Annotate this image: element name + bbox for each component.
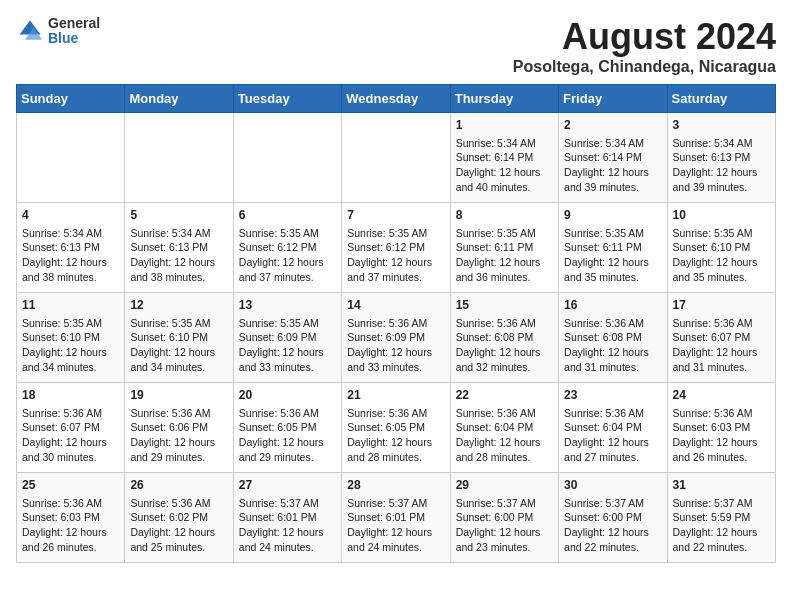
day-header-sunday: Sunday [17,85,125,113]
calendar-header-row: SundayMondayTuesdayWednesdayThursdayFrid… [17,85,776,113]
day-number: 24 [673,387,770,404]
day-content: Sunrise: 5:36 AM Sunset: 6:07 PM Dayligh… [22,406,119,465]
calendar-cell: 7Sunrise: 5:35 AM Sunset: 6:12 PM Daylig… [342,203,450,293]
title-block: August 2024 Posoltega, Chinandega, Nicar… [513,16,776,76]
calendar-cell: 6Sunrise: 5:35 AM Sunset: 6:12 PM Daylig… [233,203,341,293]
calendar-cell: 12Sunrise: 5:35 AM Sunset: 6:10 PM Dayli… [125,293,233,383]
page-header: General Blue August 2024 Posoltega, Chin… [16,16,776,76]
day-number: 2 [564,117,661,134]
day-content: Sunrise: 5:36 AM Sunset: 6:05 PM Dayligh… [347,406,444,465]
day-content: Sunrise: 5:36 AM Sunset: 6:08 PM Dayligh… [456,316,553,375]
calendar-cell: 22Sunrise: 5:36 AM Sunset: 6:04 PM Dayli… [450,383,558,473]
calendar-cell: 9Sunrise: 5:35 AM Sunset: 6:11 PM Daylig… [559,203,667,293]
day-content: Sunrise: 5:35 AM Sunset: 6:09 PM Dayligh… [239,316,336,375]
day-number: 18 [22,387,119,404]
day-content: Sunrise: 5:34 AM Sunset: 6:14 PM Dayligh… [564,136,661,195]
day-number: 7 [347,207,444,224]
day-content: Sunrise: 5:35 AM Sunset: 6:12 PM Dayligh… [347,226,444,285]
day-number: 6 [239,207,336,224]
logo: General Blue [16,16,100,47]
calendar-cell: 20Sunrise: 5:36 AM Sunset: 6:05 PM Dayli… [233,383,341,473]
day-content: Sunrise: 5:36 AM Sunset: 6:02 PM Dayligh… [130,496,227,555]
day-content: Sunrise: 5:35 AM Sunset: 6:10 PM Dayligh… [673,226,770,285]
day-content: Sunrise: 5:36 AM Sunset: 6:04 PM Dayligh… [456,406,553,465]
day-number: 9 [564,207,661,224]
day-number: 21 [347,387,444,404]
day-number: 14 [347,297,444,314]
day-content: Sunrise: 5:37 AM Sunset: 6:00 PM Dayligh… [564,496,661,555]
day-header-saturday: Saturday [667,85,775,113]
calendar-cell: 18Sunrise: 5:36 AM Sunset: 6:07 PM Dayli… [17,383,125,473]
day-content: Sunrise: 5:35 AM Sunset: 6:11 PM Dayligh… [564,226,661,285]
day-number: 31 [673,477,770,494]
day-number: 5 [130,207,227,224]
calendar-cell [233,113,341,203]
day-content: Sunrise: 5:36 AM Sunset: 6:08 PM Dayligh… [564,316,661,375]
day-content: Sunrise: 5:35 AM Sunset: 6:10 PM Dayligh… [22,316,119,375]
day-content: Sunrise: 5:34 AM Sunset: 6:13 PM Dayligh… [673,136,770,195]
day-number: 1 [456,117,553,134]
day-header-friday: Friday [559,85,667,113]
day-number: 25 [22,477,119,494]
calendar-week-row: 11Sunrise: 5:35 AM Sunset: 6:10 PM Dayli… [17,293,776,383]
calendar-cell: 15Sunrise: 5:36 AM Sunset: 6:08 PM Dayli… [450,293,558,383]
day-number: 4 [22,207,119,224]
day-content: Sunrise: 5:37 AM Sunset: 6:00 PM Dayligh… [456,496,553,555]
day-number: 28 [347,477,444,494]
calendar-cell: 16Sunrise: 5:36 AM Sunset: 6:08 PM Dayli… [559,293,667,383]
day-number: 3 [673,117,770,134]
day-content: Sunrise: 5:37 AM Sunset: 6:01 PM Dayligh… [347,496,444,555]
calendar-table: SundayMondayTuesdayWednesdayThursdayFrid… [16,84,776,563]
calendar-cell: 10Sunrise: 5:35 AM Sunset: 6:10 PM Dayli… [667,203,775,293]
day-number: 12 [130,297,227,314]
calendar-cell: 19Sunrise: 5:36 AM Sunset: 6:06 PM Dayli… [125,383,233,473]
day-number: 19 [130,387,227,404]
day-content: Sunrise: 5:36 AM Sunset: 6:06 PM Dayligh… [130,406,227,465]
day-content: Sunrise: 5:34 AM Sunset: 6:13 PM Dayligh… [130,226,227,285]
day-content: Sunrise: 5:36 AM Sunset: 6:03 PM Dayligh… [22,496,119,555]
calendar-cell: 1Sunrise: 5:34 AM Sunset: 6:14 PM Daylig… [450,113,558,203]
calendar-cell [17,113,125,203]
day-header-tuesday: Tuesday [233,85,341,113]
day-header-monday: Monday [125,85,233,113]
day-content: Sunrise: 5:36 AM Sunset: 6:03 PM Dayligh… [673,406,770,465]
calendar-cell: 21Sunrise: 5:36 AM Sunset: 6:05 PM Dayli… [342,383,450,473]
calendar-cell: 29Sunrise: 5:37 AM Sunset: 6:00 PM Dayli… [450,473,558,563]
calendar-title: August 2024 [513,16,776,58]
calendar-cell: 5Sunrise: 5:34 AM Sunset: 6:13 PM Daylig… [125,203,233,293]
day-number: 23 [564,387,661,404]
calendar-cell [125,113,233,203]
calendar-cell [342,113,450,203]
calendar-week-row: 18Sunrise: 5:36 AM Sunset: 6:07 PM Dayli… [17,383,776,473]
day-header-thursday: Thursday [450,85,558,113]
calendar-cell: 14Sunrise: 5:36 AM Sunset: 6:09 PM Dayli… [342,293,450,383]
day-number: 22 [456,387,553,404]
calendar-cell: 17Sunrise: 5:36 AM Sunset: 6:07 PM Dayli… [667,293,775,383]
day-number: 20 [239,387,336,404]
calendar-cell: 13Sunrise: 5:35 AM Sunset: 6:09 PM Dayli… [233,293,341,383]
day-number: 13 [239,297,336,314]
day-content: Sunrise: 5:35 AM Sunset: 6:12 PM Dayligh… [239,226,336,285]
calendar-cell: 25Sunrise: 5:36 AM Sunset: 6:03 PM Dayli… [17,473,125,563]
calendar-week-row: 1Sunrise: 5:34 AM Sunset: 6:14 PM Daylig… [17,113,776,203]
day-number: 15 [456,297,553,314]
calendar-cell: 31Sunrise: 5:37 AM Sunset: 5:59 PM Dayli… [667,473,775,563]
logo-general-text: General [48,16,100,31]
logo-icon [16,17,44,45]
day-content: Sunrise: 5:36 AM Sunset: 6:05 PM Dayligh… [239,406,336,465]
day-number: 10 [673,207,770,224]
day-number: 11 [22,297,119,314]
day-number: 16 [564,297,661,314]
logo-blue-text: Blue [48,31,100,46]
day-number: 30 [564,477,661,494]
day-content: Sunrise: 5:36 AM Sunset: 6:07 PM Dayligh… [673,316,770,375]
calendar-cell: 4Sunrise: 5:34 AM Sunset: 6:13 PM Daylig… [17,203,125,293]
day-number: 29 [456,477,553,494]
calendar-cell: 27Sunrise: 5:37 AM Sunset: 6:01 PM Dayli… [233,473,341,563]
calendar-week-row: 4Sunrise: 5:34 AM Sunset: 6:13 PM Daylig… [17,203,776,293]
calendar-cell: 30Sunrise: 5:37 AM Sunset: 6:00 PM Dayli… [559,473,667,563]
calendar-cell: 23Sunrise: 5:36 AM Sunset: 6:04 PM Dayli… [559,383,667,473]
calendar-cell: 26Sunrise: 5:36 AM Sunset: 6:02 PM Dayli… [125,473,233,563]
day-content: Sunrise: 5:35 AM Sunset: 6:10 PM Dayligh… [130,316,227,375]
day-number: 27 [239,477,336,494]
